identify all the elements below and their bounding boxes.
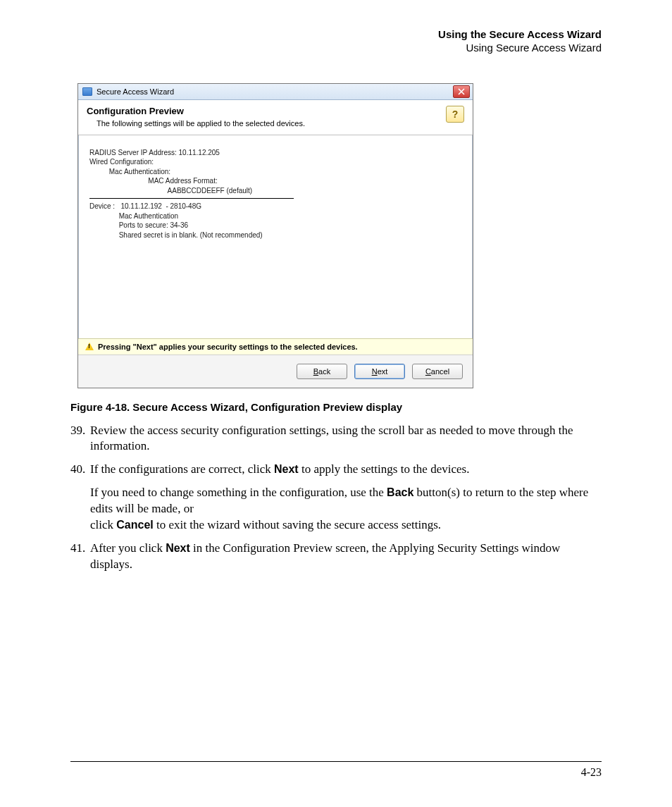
step-text: Review the access security configuration… xyxy=(90,423,602,455)
back-button[interactable]: Back xyxy=(297,364,347,379)
help-icon: ? xyxy=(452,109,459,120)
next-button[interactable]: Next xyxy=(354,364,405,379)
app-icon xyxy=(82,87,92,96)
step-41: 41. After you click Next in the Configur… xyxy=(70,541,602,573)
cfg-device-mac: Mac Authentication xyxy=(89,211,461,221)
page-footer: 4-23 xyxy=(70,761,602,779)
instruction-list: 39. Review the access security configura… xyxy=(70,423,602,574)
step-text: After you click Next in the Configuratio… xyxy=(90,541,602,573)
cfg-mac-format-label: MAC Address Format: xyxy=(89,176,461,186)
warning-icon xyxy=(85,343,94,350)
close-icon xyxy=(458,88,465,95)
step-number: 39. xyxy=(70,423,90,455)
dialog-button-row: Back Next Cancel xyxy=(78,355,473,388)
dialog-titlebar: Secure Access Wizard xyxy=(78,84,473,100)
dialog-header-panel: Configuration Preview The following sett… xyxy=(78,100,473,135)
step-number: 40. xyxy=(70,462,90,534)
screenshot-figure: Secure Access Wizard Configuration Previ… xyxy=(77,83,602,388)
dialog-title: Secure Access Wizard xyxy=(97,87,174,96)
cancel-button[interactable]: Cancel xyxy=(412,364,463,379)
cfg-radius: RADIUS Server IP Address: 10.11.12.205 xyxy=(89,148,461,158)
running-header: Using the Secure Access Wizard Using Sec… xyxy=(70,28,602,55)
close-button[interactable] xyxy=(453,85,470,98)
figure-caption: Figure 4-18. Secure Access Wizard, Confi… xyxy=(70,401,602,413)
cfg-mac-format-value: AABBCCDDEEFF (default) xyxy=(89,186,461,196)
wizard-dialog: Secure Access Wizard Configuration Previ… xyxy=(77,83,473,388)
footer-rule xyxy=(70,761,602,762)
step-text: If the configurations are correct, click… xyxy=(90,462,602,478)
step-number: 41. xyxy=(70,541,90,573)
step-39: 39. Review the access security configura… xyxy=(70,423,602,455)
warning-text: Pressing "Next" applies your security se… xyxy=(98,343,358,351)
cfg-device: Device : 10.11.12.192 - 2810-48G xyxy=(89,202,461,211)
dialog-heading: Configuration Preview xyxy=(87,106,305,116)
configuration-preview-body: RADIUS Server IP Address: 10.11.12.205 W… xyxy=(78,135,473,338)
cfg-mac-auth: Mac Authentication: xyxy=(89,167,461,177)
running-header-subtitle: Using Secure Access Wizard xyxy=(70,42,602,55)
step-40: 40. If the configurations are correct, c… xyxy=(70,462,602,534)
step-text: If you need to change something in the c… xyxy=(90,485,602,534)
dialog-subheading: The following settings will be applied t… xyxy=(97,119,305,128)
cfg-device-ports: Ports to secure: 34-36 xyxy=(89,221,461,230)
cfg-device-secret: Shared secret is in blank. (Not recommen… xyxy=(89,230,461,240)
separator xyxy=(89,198,294,199)
running-header-title: Using the Secure Access Wizard xyxy=(70,28,602,42)
page-number: 4-23 xyxy=(70,766,602,779)
help-button[interactable]: ? xyxy=(446,106,464,123)
cfg-wired: Wired Configuration: xyxy=(89,157,461,167)
warning-bar: Pressing "Next" applies your security se… xyxy=(78,338,473,355)
